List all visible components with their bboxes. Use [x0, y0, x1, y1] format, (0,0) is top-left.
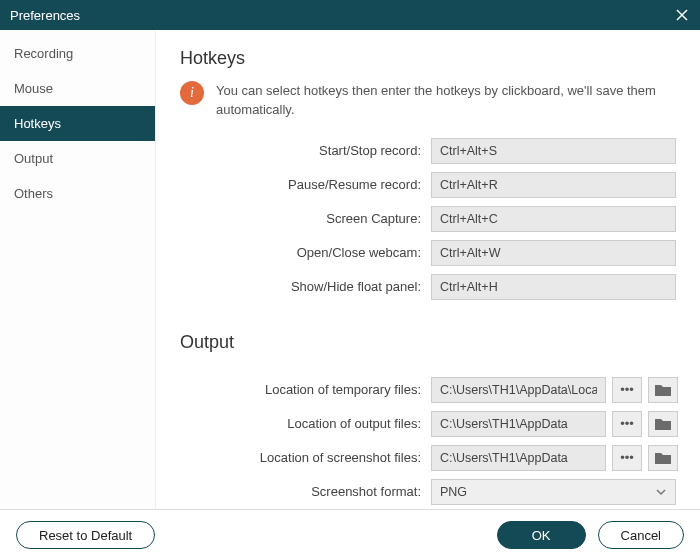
hotkey-input-pause-resume[interactable]	[431, 172, 676, 198]
sidebar: Recording Mouse Hotkeys Output Others	[0, 30, 156, 509]
more-button-label: •••	[620, 382, 634, 397]
window-title: Preferences	[10, 8, 80, 23]
hotkey-label: Start/Stop record:	[180, 143, 425, 158]
output-path-row: Location of screenshot files: •••	[180, 445, 676, 471]
output-select-row: Screenshot format: PNG	[180, 479, 676, 505]
folder-icon[interactable]	[648, 411, 678, 437]
hotkey-input-webcam[interactable]	[431, 240, 676, 266]
main-panel: Hotkeys i You can select hotkeys then en…	[156, 30, 700, 509]
hotkey-label: Open/Close webcam:	[180, 245, 425, 260]
hotkey-input-screen-capture[interactable]	[431, 206, 676, 232]
sidebar-item-mouse[interactable]: Mouse	[0, 71, 155, 106]
ok-button[interactable]: OK	[497, 521, 586, 549]
output-path-row: Location of output files: •••	[180, 411, 676, 437]
hotkey-label: Pause/Resume record:	[180, 177, 425, 192]
reset-button-label: Reset to Default	[39, 528, 132, 543]
output-path-input[interactable]	[431, 411, 606, 437]
hotkey-label: Show/Hide float panel:	[180, 279, 425, 294]
more-button[interactable]: •••	[612, 411, 642, 437]
output-select-label: Screenshot format:	[180, 484, 425, 499]
hotkey-row: Open/Close webcam:	[180, 240, 676, 266]
sidebar-item-label: Hotkeys	[14, 116, 61, 131]
sidebar-item-label: Output	[14, 151, 53, 166]
hotkey-input-start-stop[interactable]	[431, 138, 676, 164]
more-button[interactable]: •••	[612, 377, 642, 403]
more-button-label: •••	[620, 416, 634, 431]
sidebar-item-others[interactable]: Others	[0, 176, 155, 211]
reset-button[interactable]: Reset to Default	[16, 521, 155, 549]
titlebar: Preferences	[0, 0, 700, 30]
hotkey-label: Screen Capture:	[180, 211, 425, 226]
sidebar-item-label: Others	[14, 186, 53, 201]
sidebar-item-recording[interactable]: Recording	[0, 36, 155, 71]
hotkey-row: Start/Stop record:	[180, 138, 676, 164]
body: Recording Mouse Hotkeys Output Others Ho…	[0, 30, 700, 510]
hotkeys-hint-text: You can select hotkeys then enter the ho…	[216, 81, 676, 120]
cancel-button-label: Cancel	[621, 528, 661, 543]
hotkey-row: Screen Capture:	[180, 206, 676, 232]
ok-button-label: OK	[532, 528, 551, 543]
screenshot-path-input[interactable]	[431, 445, 606, 471]
hotkey-row: Pause/Resume record:	[180, 172, 676, 198]
info-icon: i	[180, 81, 204, 105]
hotkey-input-float-panel[interactable]	[431, 274, 676, 300]
sidebar-item-label: Recording	[14, 46, 73, 61]
output-path-row: Location of temporary files: •••	[180, 377, 676, 403]
select-value: PNG	[440, 485, 467, 499]
sidebar-item-output[interactable]: Output	[0, 141, 155, 176]
output-path-label: Location of output files:	[180, 416, 425, 431]
screenshot-format-select[interactable]: PNG	[431, 479, 676, 505]
footer-right: OK Cancel	[497, 521, 684, 549]
chevron-down-icon	[655, 485, 667, 499]
sidebar-item-hotkeys[interactable]: Hotkeys	[0, 106, 155, 141]
temp-path-input[interactable]	[431, 377, 606, 403]
footer: Reset to Default OK Cancel	[0, 510, 700, 560]
folder-icon[interactable]	[648, 377, 678, 403]
hotkeys-hint: i You can select hotkeys then enter the …	[180, 81, 676, 120]
sidebar-item-label: Mouse	[14, 81, 53, 96]
cancel-button[interactable]: Cancel	[598, 521, 684, 549]
section-title-hotkeys: Hotkeys	[180, 48, 676, 69]
hotkey-row: Show/Hide float panel:	[180, 274, 676, 300]
folder-icon[interactable]	[648, 445, 678, 471]
output-path-label: Location of screenshot files:	[180, 450, 425, 465]
close-icon[interactable]	[674, 7, 690, 23]
output-path-label: Location of temporary files:	[180, 382, 425, 397]
more-button-label: •••	[620, 450, 634, 465]
more-button[interactable]: •••	[612, 445, 642, 471]
section-title-output: Output	[180, 332, 676, 353]
